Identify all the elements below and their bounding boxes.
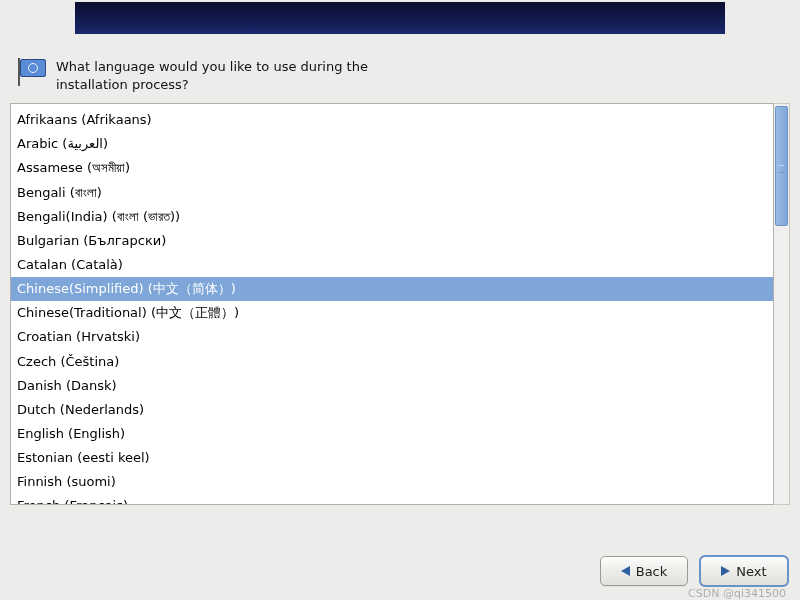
flag-icon: [16, 58, 46, 86]
language-item[interactable]: Afrikaans (Afrikaans): [11, 108, 773, 132]
scrollbar-thumb[interactable]: [775, 106, 788, 226]
language-item[interactable]: Bulgarian (Български): [11, 229, 773, 253]
language-item[interactable]: Assamese (অসমীয়া): [11, 156, 773, 180]
language-item[interactable]: Chinese(Traditional) (中文（正體）): [11, 301, 773, 325]
scrollbar[interactable]: [774, 103, 790, 505]
language-item[interactable]: Dutch (Nederlands): [11, 398, 773, 422]
prompt-text: What language would you like to use duri…: [56, 58, 396, 93]
back-button[interactable]: Back: [600, 556, 688, 586]
language-item[interactable]: French (Français): [11, 494, 773, 505]
language-item[interactable]: Czech (Čeština): [11, 350, 773, 374]
language-list-container: Afrikaans (Afrikaans)Arabic (العربية)Ass…: [10, 103, 790, 505]
language-item[interactable]: Chinese(Simplified) (中文（简体）): [11, 277, 773, 301]
header-banner: [75, 2, 725, 34]
language-item[interactable]: Arabic (العربية): [11, 132, 773, 156]
language-item[interactable]: Estonian (eesti keel): [11, 446, 773, 470]
language-item[interactable]: English (English): [11, 422, 773, 446]
footer-buttons: Back Next: [600, 556, 788, 586]
watermark: CSDN @qi341500: [688, 587, 786, 600]
language-item[interactable]: Bengali (বাংলা): [11, 181, 773, 205]
language-item[interactable]: Danish (Dansk): [11, 374, 773, 398]
next-button-label: Next: [736, 564, 766, 579]
back-button-label: Back: [636, 564, 668, 579]
language-item[interactable]: Bengali(India) (বাংলা (ভারত)): [11, 205, 773, 229]
prompt-row: What language would you like to use duri…: [16, 58, 784, 93]
arrow-right-icon: [721, 566, 730, 576]
arrow-left-icon: [621, 566, 630, 576]
next-button[interactable]: Next: [700, 556, 788, 586]
language-item[interactable]: Croatian (Hrvatski): [11, 325, 773, 349]
language-item[interactable]: Catalan (Català): [11, 253, 773, 277]
language-list[interactable]: Afrikaans (Afrikaans)Arabic (العربية)Ass…: [10, 103, 774, 505]
language-item[interactable]: Finnish (suomi): [11, 470, 773, 494]
